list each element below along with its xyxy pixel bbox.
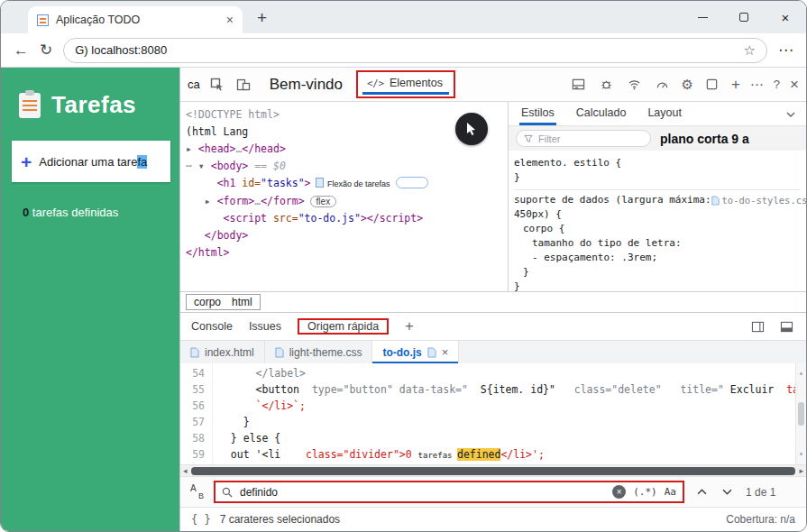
tab-title: Aplicação TODO <box>56 14 140 26</box>
breadcrumb-item-html[interactable]: html <box>232 296 252 308</box>
scroll-down-icon[interactable]: ▾ <box>799 446 803 463</box>
code-line[interactable]: </label> <box>218 365 806 381</box>
back-button[interactable]: ← <box>14 41 29 60</box>
token-sp <box>186 195 205 207</box>
device-frame-icon[interactable] <box>703 76 721 94</box>
code-line[interactable]: <button type="button" data-task=" S{item… <box>218 381 806 398</box>
tab-issues[interactable]: Issues <box>249 318 281 335</box>
coverage-status-text: Cobertura: n/a <box>726 513 795 526</box>
line-number[interactable]: 58 <box>180 430 205 446</box>
line-number[interactable]: 55 <box>180 381 205 398</box>
dom-tree-line[interactable]: </body> <box>186 227 508 244</box>
tab-computed[interactable]: Calculado <box>574 102 628 126</box>
expand-drawer-icon[interactable] <box>777 317 795 335</box>
find-next-icon[interactable] <box>719 484 735 500</box>
css-property-spacing[interactable]: - espaçamento: .3rem; <box>514 251 801 265</box>
code-area[interactable]: </label> <button type="button" data-task… <box>213 363 806 464</box>
tab-light-theme-css[interactable]: light-theme.css <box>265 341 373 363</box>
rule-close-inner: } <box>514 265 801 280</box>
tab-styles[interactable]: Estilos <box>519 102 556 126</box>
performance-gauge-icon[interactable] <box>653 76 671 94</box>
token-sp <box>218 432 231 445</box>
minimize-button[interactable] <box>682 1 723 33</box>
inspect-cursor-icon[interactable] <box>455 113 488 145</box>
clear-search-icon[interactable]: × <box>612 485 626 499</box>
inspect-element-icon[interactable] <box>208 76 226 94</box>
tab-close-icon[interactable]: × <box>226 13 234 27</box>
horizontal-scrollbar[interactable]: ◂ ▸ <box>180 464 806 476</box>
console-drawer-icon[interactable] <box>569 76 587 94</box>
code-line[interactable]: `</li>`; <box>218 398 806 414</box>
pretty-print-icon[interactable]: { } <box>191 513 211 526</box>
bug-icon[interactable] <box>597 76 615 94</box>
close-file-icon[interactable]: × <box>442 345 449 359</box>
active-tab-underline <box>362 92 449 95</box>
dom-tree-line[interactable]: <h1 id="tasks"> Flexão de tarefas <box>186 175 508 193</box>
token-plain: <button <box>256 383 299 396</box>
device-toolbar-icon[interactable] <box>234 76 252 94</box>
address-bar[interactable]: G) localhost:8080 ☆ <box>63 38 767 63</box>
match-case-icon[interactable]: A B <box>189 483 205 500</box>
devtools-toolbar: ca Bem-vindo </> Elementos <box>180 68 806 102</box>
devtools-help-icon[interactable]: ? <box>774 78 780 90</box>
vertical-scrollbar[interactable]: ▴ ▾ <box>795 363 806 464</box>
rule-selector-corpo[interactable]: corpo { <box>514 222 801 236</box>
tab-elements[interactable]: </> Elementos <box>358 72 454 96</box>
find-input[interactable]: definido × (.*) Aa <box>214 481 684 503</box>
add-task-label-highlight: fa <box>137 155 147 169</box>
scroll-left-icon[interactable]: ◂ <box>183 467 188 475</box>
tab-index-html[interactable]: index.html <box>180 341 265 363</box>
tab-layout[interactable]: Layout <box>646 102 683 126</box>
code-line[interactable]: out '<li class="divider">0 tarefas defin… <box>218 446 806 463</box>
vertical-scroll-thumb[interactable] <box>798 402 804 426</box>
network-conditions-icon[interactable] <box>625 76 643 94</box>
tab-quick-source[interactable]: Origem rápida <box>299 317 387 335</box>
token-sp <box>774 383 786 396</box>
devtools-more-icon[interactable]: ⋯ <box>750 78 764 91</box>
browser-tab[interactable]: Aplicação TODO × <box>28 6 243 33</box>
code-editor: 545556575859 </label> <button type="butt… <box>180 363 806 464</box>
styles-filter-input[interactable]: Filter <box>516 130 651 147</box>
css-file-link[interactable]: to-do-styles.css:40 <box>711 193 806 207</box>
source-file-tabbar: index.html light-theme.css to-do.js × <box>180 340 806 363</box>
add-panel-icon[interactable]: + <box>731 77 740 92</box>
settings-gear-icon[interactable]: ⚙ <box>681 78 692 91</box>
dom-tree-line[interactable]: ▸ <form>…</form>flex <box>186 193 508 210</box>
breadcrumb-item-body[interactable]: corpo <box>194 296 221 308</box>
favorite-star-icon[interactable]: ☆ <box>744 42 756 59</box>
dom-tree-line[interactable]: ⋯ ▾ <body> == $0 <box>186 158 508 175</box>
tab-welcome[interactable]: Bem-vindo <box>270 76 343 94</box>
token-sp <box>662 383 681 396</box>
close-button[interactable]: × <box>765 1 806 33</box>
regex-toggle[interactable]: (.*) <box>633 486 657 498</box>
chevron-down-icon[interactable] <box>786 107 795 120</box>
new-tab-button[interactable]: + <box>257 9 267 26</box>
dock-side-icon[interactable] <box>748 317 766 335</box>
dom-tree-line[interactable]: ▸ <head>…</head> <box>186 141 508 158</box>
code-line[interactable]: } else { <box>218 430 806 446</box>
line-number[interactable]: 54 <box>180 365 205 381</box>
css-property-font-size[interactable]: tamanho do tipo de letra: <box>514 236 801 251</box>
add-task-button[interactable]: + Adicionar uma tarefa <box>12 141 170 182</box>
code-line[interactable]: } <box>218 414 806 430</box>
refresh-button[interactable]: ↻ <box>40 41 52 60</box>
tab-console[interactable]: Console <box>191 318 233 335</box>
horizontal-scroll-thumb[interactable] <box>191 467 796 475</box>
line-number[interactable]: 57 <box>180 414 205 430</box>
token-grey: </label> <box>256 367 306 380</box>
line-number[interactable]: 56 <box>180 398 205 414</box>
devtools-close-icon[interactable]: × <box>790 77 799 92</box>
scroll-up-icon[interactable]: ▴ <box>799 365 803 381</box>
drawer-add-tab-icon[interactable]: + <box>405 318 413 335</box>
browser-menu-button[interactable]: ⋯ <box>778 41 793 60</box>
token-sp <box>280 448 306 461</box>
line-number[interactable]: 59 <box>180 446 205 463</box>
case-toggle[interactable]: Aa <box>665 486 676 498</box>
dom-tree-line[interactable]: <script src="to-do.js"></script> <box>186 210 508 227</box>
find-previous-icon[interactable] <box>693 484 710 500</box>
tab-to-do-js[interactable]: to-do.js × <box>372 341 459 363</box>
scroll-right-icon[interactable]: ▸ <box>799 467 803 475</box>
rule-selector[interactable]: elemento. estilo { <box>514 156 801 170</box>
maximize-button[interactable] <box>723 1 765 33</box>
dom-tree-line[interactable]: </html> <box>186 244 508 261</box>
